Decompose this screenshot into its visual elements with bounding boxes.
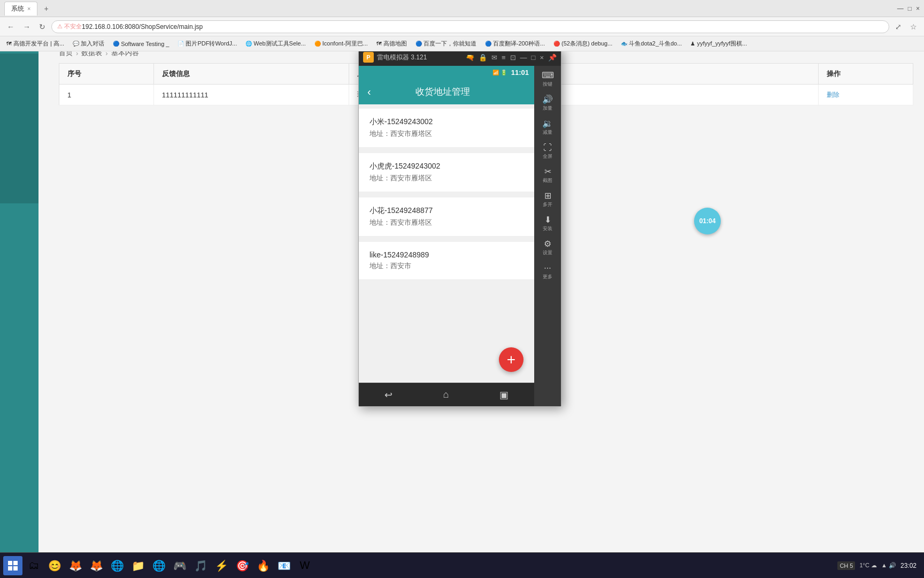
taskbar-clock: 23:02 xyxy=(900,562,917,569)
emu-icon-menu[interactable]: ≡ xyxy=(502,54,506,62)
address-item-2[interactable]: 小虎虎-15249243002 地址：西安市雁塔区 xyxy=(359,153,534,192)
taskbar-icon-9[interactable]: ⚡ xyxy=(212,556,231,575)
list-padding xyxy=(359,281,534,334)
minimize-btn[interactable]: — xyxy=(897,5,904,12)
nav-forward[interactable]: → xyxy=(20,21,33,32)
emulator-toolbar: ⌨ 按键 🔊 加量 🔉 减量 ⛶ 全屏 ✂ 截图 ⊞ 多开 xyxy=(534,66,561,406)
bookmark-2[interactable]: 🔵 Software Testing _ xyxy=(110,40,172,48)
taskbar-icon-8[interactable]: 🎵 xyxy=(191,556,210,575)
bm-icon-4: 🌐 xyxy=(245,41,252,47)
toolbar-multi[interactable]: ⊞ 多开 xyxy=(535,188,560,211)
toolbar-screenshot[interactable]: ✂ 截图 xyxy=(535,164,560,187)
back-nav-button[interactable]: ↩ xyxy=(376,386,401,404)
toolbar-keys[interactable]: ⌨ 按键 xyxy=(535,68,560,91)
taskbar-icon-11[interactable]: 🔥 xyxy=(253,556,273,575)
bookmark-9[interactable]: 🔴 (52条消息) debug... xyxy=(550,39,615,49)
nav-back[interactable]: ← xyxy=(4,21,17,32)
bookmark-8[interactable]: 🔵 百度翻译-200种语... xyxy=(482,39,548,49)
taskbar-icon-img-10: 🎯 xyxy=(236,559,249,572)
bm-icon-8: 🔵 xyxy=(485,41,491,47)
bookmark-7[interactable]: 🔵 百度一下，你就知道 xyxy=(412,39,480,49)
cell-delete[interactable]: 删除 xyxy=(819,85,913,105)
phone-bottom-nav: ↩ ⌂ ▣ xyxy=(359,383,534,406)
bm-label-2: Software Testing _ xyxy=(121,41,169,47)
emu-maximize[interactable]: □ xyxy=(532,54,536,62)
bookmark-5[interactable]: 🟠 Iconfont-阿里巴... xyxy=(311,39,371,49)
taskbar-icon-img-6: 🌐 xyxy=(152,559,166,572)
browser-tabs: 系统 × + xyxy=(4,2,53,16)
taskbar: 🗂 😊 🦊 🦊 🌐 📁 🌐 🎮 🎵 ⚡ 🎯 🔥 📧 W CH 5 1°C ☁ ▲ xyxy=(0,552,924,578)
address-name-2: 小虎虎-15249243002 xyxy=(369,162,523,171)
app-header-title: 收货地址管理 xyxy=(376,86,510,98)
taskbar-icon-10[interactable]: 🎯 xyxy=(233,556,252,575)
vol-down-label: 减量 xyxy=(543,129,552,136)
toolbar-more[interactable]: ··· 更多 xyxy=(535,261,560,284)
cell-id: 1 xyxy=(59,85,154,105)
emu-pin[interactable]: 📌 xyxy=(548,54,557,62)
active-tab[interactable]: 系统 × xyxy=(4,2,37,16)
taskbar-temp: 1°C ☁ xyxy=(859,562,877,569)
taskbar-icon-12[interactable]: 📧 xyxy=(274,556,294,575)
taskbar-icon-word[interactable]: W xyxy=(295,556,314,575)
screenshot-icon: ✂ xyxy=(544,168,551,176)
bm-label-10: 斗鱼dota2_斗鱼do... xyxy=(629,40,682,48)
taskbar-icon-6[interactable]: 🌐 xyxy=(149,556,168,575)
svg-rect-0 xyxy=(8,561,12,565)
nav-refresh[interactable]: ↻ xyxy=(36,21,48,32)
emu-minimize[interactable]: — xyxy=(520,54,527,62)
recents-nav-button[interactable]: ▣ xyxy=(491,386,517,404)
bookmark-1[interactable]: 💬 加入对话 xyxy=(70,39,107,49)
emulator-title: 雷电模拟器 3.121 xyxy=(377,53,427,62)
toolbar-install[interactable]: ⬇ 安装 xyxy=(535,212,560,235)
taskbar-icon-5[interactable]: 📁 xyxy=(128,556,148,575)
toolbar-fullscreen[interactable]: ⛶ 全屏 xyxy=(535,140,560,163)
taskbar-lang: CH 5 xyxy=(837,561,855,570)
emu-icon-tablet[interactable]: ⊡ xyxy=(510,54,516,62)
new-tab-button[interactable]: + xyxy=(40,2,52,15)
bm-label-6: 高德地图 xyxy=(383,40,407,48)
address-item-1[interactable]: 小米-15249243002 地址：西安市雁塔区 xyxy=(359,109,534,148)
bm-label-0: 高德开发平台 | 高... xyxy=(13,40,64,48)
toolbar-vol-down[interactable]: 🔉 减量 xyxy=(535,116,560,139)
taskbar-icon-img-3: 🦊 xyxy=(90,559,103,572)
bookmark-btn[interactable]: ☆ xyxy=(907,21,920,32)
bookmark-4[interactable]: 🌐 Web测试工具Sele... xyxy=(242,39,309,49)
address-detail-2: 地址：西安市雁塔区 xyxy=(369,173,523,183)
bookmark-3[interactable]: 📄 图片PDF转WordJ... xyxy=(174,39,240,49)
bm-icon-7: 🔵 xyxy=(415,41,422,47)
tab-close-button[interactable]: × xyxy=(27,5,30,12)
start-button[interactable] xyxy=(3,556,22,575)
toolbar-vol-up[interactable]: 🔊 加量 xyxy=(535,92,560,115)
back-button[interactable]: ‹ xyxy=(367,86,371,98)
address-item-4[interactable]: like-15249248989 地址：西安市 xyxy=(359,242,534,280)
maximize-btn[interactable]: □ xyxy=(908,5,912,12)
bookmark-6[interactable]: 🗺 高德地图 xyxy=(373,39,410,49)
close-btn[interactable]: × xyxy=(916,5,920,12)
status-icons: 📶 🔋 xyxy=(492,70,507,75)
address-input[interactable]: ⚠ 不安全 192.168.0.106:8080/ShopService/mai… xyxy=(51,20,889,33)
add-address-button[interactable]: + xyxy=(499,347,523,372)
bookmark-10[interactable]: 🐟 斗鱼dota2_斗鱼do... xyxy=(618,39,685,49)
vol-up-label: 加量 xyxy=(543,105,552,112)
tab-title: 系统 xyxy=(11,4,24,13)
address-name-3: 小花-15249248877 xyxy=(369,206,523,216)
address-item-3[interactable]: 小花-15249248877 地址：西安市雁塔区 xyxy=(359,197,534,237)
home-nav-button[interactable]: ⌂ xyxy=(435,386,458,404)
bm-label-1: 加入对话 xyxy=(81,40,104,48)
bookmark-11[interactable]: ♟ yyfyyf_yyfyyf围棋... xyxy=(687,39,750,49)
app-header: ‹ 收货地址管理 xyxy=(359,79,534,104)
extensions-btn[interactable]: ⤢ xyxy=(892,21,904,32)
bookmark-0[interactable]: 🗺 高德开发平台 | 高... xyxy=(3,39,67,49)
taskbar-icon-7[interactable]: 🎮 xyxy=(170,556,189,575)
taskbar-icon-img-12: 📧 xyxy=(278,559,291,572)
taskbar-icon-3[interactable]: 🦊 xyxy=(87,556,106,575)
toolbar-settings[interactable]: ⚙ 设置 xyxy=(535,237,560,260)
taskbar-icon-search[interactable]: 🗂 xyxy=(24,556,43,575)
taskbar-icon-4[interactable]: 🌐 xyxy=(107,556,127,575)
emu-close[interactable]: × xyxy=(540,54,544,62)
bm-icon-6: 🗺 xyxy=(376,41,382,47)
bm-label-9: (52条消息) debug... xyxy=(561,40,612,48)
taskbar-icon-1[interactable]: 😊 xyxy=(45,556,64,575)
taskbar-icon-2[interactable]: 🦊 xyxy=(66,556,85,575)
bm-label-4: Web测试工具Sele... xyxy=(253,40,306,48)
